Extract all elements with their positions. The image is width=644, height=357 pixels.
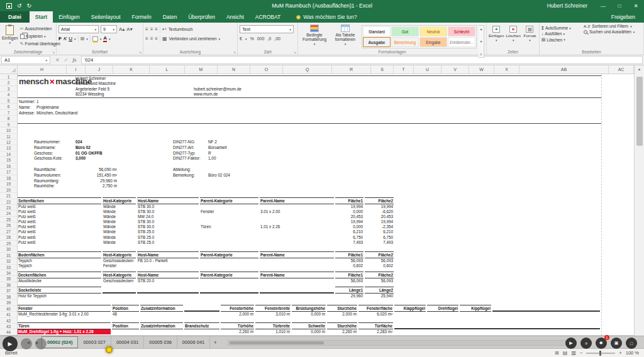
cell[interactable]: Wände [103,204,136,209]
worksheet-content[interactable]: mensch✕maschine Hubert SchreinerMensch u… [18,74,601,336]
cell[interactable]: Host-Name [137,197,199,204]
row-header-23[interactable]: 23 [0,205,17,211]
cell[interactable]: 19,994 [335,204,364,209]
cell-style-ausgabe[interactable]: Ausgabe [363,37,391,47]
font-color-icon[interactable]: A [103,36,107,42]
player-next-button[interactable]: ▶ [565,338,577,349]
row-header-39[interactable]: 39 [0,300,17,305]
row-header-40[interactable]: 40 [0,306,17,312]
row-header-27[interactable]: 27 [0,229,17,234]
row-header-6[interactable]: 6 [0,104,17,109]
cell[interactable] [112,329,139,334]
row-header-30[interactable]: 30 [0,246,17,252]
cell[interactable]: 0,000 [335,224,364,229]
cell[interactable]: 0,602 [335,263,364,268]
cell[interactable]: Wände [103,224,136,229]
cell[interactable]: Klappflügel [394,305,426,312]
cell[interactable] [260,263,334,268]
dialog-launcher-icon[interactable]: ↘ [233,50,236,54]
cell[interactable]: Host-Name [137,272,199,278]
cell[interactable]: 2,000 m [221,312,254,317]
cell-style-berechnung[interactable]: Berechnung [391,37,419,47]
column-header-X[interactable]: X [494,65,519,74]
cell[interactable]: 2,260 m [221,329,254,334]
close-button[interactable]: ✕ [628,0,644,11]
column-header-V[interactable]: V [441,65,469,74]
column-header-T[interactable]: T [394,65,414,74]
format-as-table-button[interactable]: Als Tabelle formatieren ▾ [331,24,360,49]
row-header-2[interactable]: 2 [0,80,17,85]
cell[interactable]: Deckenflächen [18,272,101,278]
align-right-icon[interactable]: ≡ [155,36,158,41]
cell[interactable] [394,312,426,317]
cell[interactable] [260,294,334,299]
increase-decimal-button[interactable]: ,0 [267,36,271,41]
cell[interactable]: Fensterhöhe [221,305,254,312]
cell[interactable]: Länge2 [365,287,394,294]
cell[interactable]: Brandschutz [184,322,219,329]
find-select-button[interactable]: Suchen und Auswählen▾ [584,30,636,35]
cell[interactable]: Wände [103,240,136,245]
cell[interactable] [200,240,258,245]
decrease-decimal-button[interactable]: ,00 [274,36,280,41]
align-center-icon[interactable]: ≡ [150,36,153,41]
cell[interactable]: MuM_Drehflügel 1-flg + Holz: 1.01 x 2.26 [18,329,111,334]
page-layout-view-icon[interactable]: ▤ [563,350,568,356]
cell-style-eingabe[interactable]: Eingabe [419,37,447,47]
currency-format-button[interactable]: € [240,36,242,41]
cell[interactable]: STB 25.0 [137,229,199,234]
sheet-tab-00002-024-[interactable]: 00002 (024) [42,336,78,348]
worksheet[interactable]: 1234567891011121314151617181920212223242… [0,74,634,336]
cell[interactable]: 0,000 m [292,312,326,317]
cell[interactable]: 20,453 [335,214,364,219]
cell[interactable]: Holz für Teppich [18,294,101,299]
gallery-up-icon[interactable]: ▲ [479,27,482,31]
align-bottom-icon[interactable]: ≡ [155,26,158,32]
cell[interactable]: Parent-Name [260,251,334,258]
cell[interactable]: Seitenflächen [18,197,101,204]
cell[interactable]: Teppich [18,258,101,263]
clear-button[interactable]: ▨Löschen▾ [541,37,582,42]
ribbon-tab-start[interactable]: Start [30,11,53,23]
row-header-8[interactable]: 8 [0,116,17,121]
cell[interactable]: 0,000 [335,209,364,214]
underline-button[interactable]: U [69,36,72,41]
cell[interactable]: Türen [200,224,258,229]
column-header-L[interactable]: L [150,65,185,74]
row-header-17[interactable]: 17 [0,169,17,175]
gallery-down-icon[interactable]: ▼ [479,40,482,43]
cell[interactable] [427,312,458,317]
cell[interactable]: Fensterbreite [255,305,291,312]
row-header-29[interactable]: 29 [0,241,17,246]
row-header-19[interactable]: 19 [0,181,17,187]
zoom-out-icon[interactable]: − [580,350,582,356]
cell[interactable]: Kippflügel [460,305,491,312]
cell[interactable]: 19,994 [365,219,394,224]
column-header-U[interactable]: U [414,65,441,74]
copy-button[interactable]: Kopieren▾ [20,33,60,40]
cell[interactable]: Parent-Name [260,197,334,204]
player-pip-button[interactable]: ▣ [611,338,622,349]
cell[interactable]: Akustikdecke [18,278,101,283]
normal-view-icon[interactable]: ⊞ [555,350,559,356]
cell[interactable]: Länge1 [335,287,364,294]
row-header-7[interactable]: 7 [0,110,17,116]
row-header-28[interactable]: 28 [0,234,17,240]
row-header-43[interactable]: 43 [0,324,17,329]
sheet-tab-00004-031[interactable]: 00004 031 [111,336,144,348]
cell[interactable]: STB 20.0 [137,278,199,283]
row-header-42[interactable]: 42 [0,318,17,324]
cell[interactable] [184,329,219,334]
column-header-Q[interactable]: Q [283,65,332,74]
cell[interactable] [200,258,258,263]
row-header-22[interactable]: 22 [0,199,17,205]
autosum-button[interactable]: ΣAutoSumme▾ [541,26,582,30]
cell[interactable]: Wände [103,209,136,214]
row-header-9[interactable]: 9 [0,122,17,128]
row-header-25[interactable]: 25 [0,217,17,222]
cell[interactable]: Fenster [18,305,111,312]
row-header-34[interactable]: 34 [0,270,17,276]
player-play-button[interactable]: ▶ [3,336,18,351]
row-header-15[interactable]: 15 [0,157,17,163]
row-header-37[interactable]: 37 [0,288,17,294]
